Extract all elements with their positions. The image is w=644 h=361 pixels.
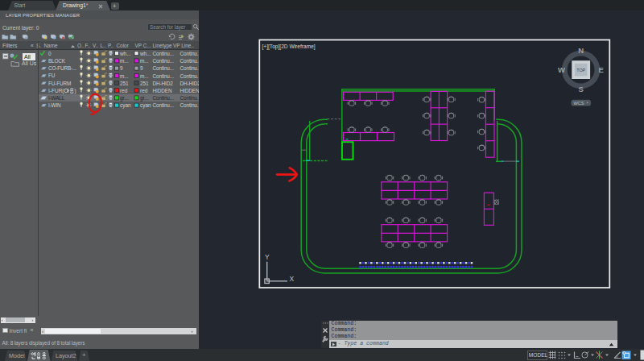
svg-text:S: S: [578, 85, 583, 93]
svg-text:W: W: [558, 65, 565, 74]
svg-text:[+][Top][2D Wireframe]: [+][Top][2D Wireframe]: [262, 44, 316, 50]
svg-text:WCS: WCS: [573, 101, 584, 106]
svg-text:TOP: TOP: [576, 68, 585, 73]
svg-text:E: E: [598, 65, 603, 74]
svg-text:Y: Y: [265, 253, 270, 261]
svg-text:N: N: [578, 46, 584, 55]
svg-text:X: X: [290, 275, 295, 283]
